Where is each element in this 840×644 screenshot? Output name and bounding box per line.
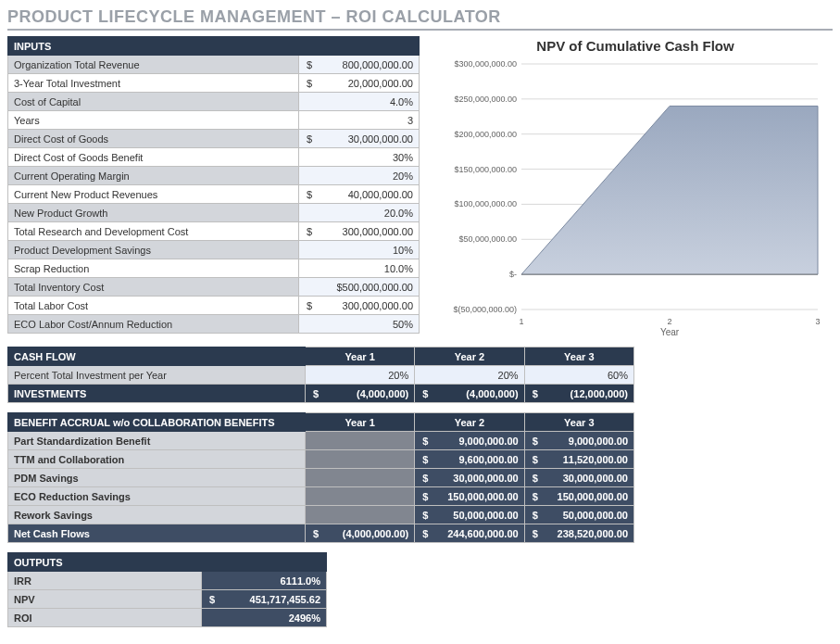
table-row: Percent Total Investment per Year 20% 20… [8, 366, 634, 385]
input-label: Current Operating Margin [8, 167, 299, 185]
cashflow-table: CASH FLOW Year 1 Year 2 Year 3 Percent T… [7, 347, 634, 403]
input-value[interactable]: 20% [299, 167, 420, 185]
dollar-sign: $ [305, 78, 312, 89]
table-row: Years3 [8, 111, 420, 130]
dollar-sign: $ [420, 510, 428, 521]
table-row: Organization Total Revenue$800,000,000.0… [8, 56, 420, 74]
svg-text:2: 2 [667, 317, 671, 326]
svg-text:3: 3 [815, 317, 820, 326]
svg-text:1: 1 [519, 317, 523, 326]
input-value[interactable]: 10.0% [299, 259, 420, 278]
dollar-sign: $ [420, 473, 428, 484]
dollar-sign: $ [305, 59, 312, 70]
dollar-sign: $ [420, 528, 428, 539]
dollar-sign: $ [311, 388, 319, 399]
benefit-cell [305, 469, 414, 487]
cashflow-col-2: Year 2 [415, 347, 524, 366]
dollar-sign: $ [305, 189, 312, 200]
page-title: PRODUCT LIFECYCLE MANAGEMENT – ROI CALCU… [7, 7, 833, 31]
input-value-text: 30% [393, 152, 413, 163]
table-row: Direct Cost of Goods Benefit30% [8, 148, 420, 167]
input-value[interactable]: $20,000,000.00 [299, 74, 420, 93]
input-label: Total Research and Development Cost [8, 222, 299, 241]
benefit-value-text: 9,000,000.00 [569, 436, 628, 447]
cashflow-cell[interactable]: 20% [415, 366, 524, 385]
benefit-cell [305, 487, 414, 506]
benefit-cell: $11,520,000.00 [524, 450, 633, 469]
table-row: Cost of Capital4.0% [8, 93, 420, 111]
benefit-label: Part Standardization Benefit [8, 432, 306, 450]
net-cash-flows-label: Net Cash Flows [8, 524, 306, 543]
investments-row: INVESTMENTS $(4,000,000) $(4,000,000) $(… [8, 385, 634, 403]
input-value[interactable]: 10% [299, 241, 420, 259]
input-value[interactable]: 20.0% [299, 204, 420, 222]
cashflow-row-label: Percent Total Investment per Year [8, 366, 306, 385]
svg-text:$100,000,000.00: $100,000,000.00 [454, 199, 517, 208]
table-row: TTM and Collaboration$9,600,000.00$11,52… [8, 450, 634, 469]
input-label: New Product Growth [8, 204, 299, 222]
net-cell: 238,520,000.00 [558, 528, 628, 539]
output-value-text: 6111.0% [281, 575, 320, 587]
cashflow-header: CASH FLOW [8, 347, 306, 366]
input-value[interactable]: 30% [299, 148, 420, 167]
input-value-text: 300,000,000.00 [343, 300, 413, 311]
benefit-cell: $9,000,000.00 [524, 432, 633, 450]
benefit-value-text: 11,520,000.00 [563, 454, 628, 465]
dollar-sign: $ [531, 454, 538, 465]
output-value: 2496% [202, 609, 327, 627]
benefit-cell: $30,000,000.00 [415, 469, 524, 487]
svg-text:$200,000,000.00: $200,000,000.00 [454, 130, 517, 139]
output-label: ROI [8, 609, 202, 627]
input-value[interactable]: $300,000,000.00 [299, 297, 420, 315]
outputs-table: OUTPUTS IRR6111.0%NPV$451,717,455.62ROI2… [7, 552, 327, 627]
table-row: PDM Savings$30,000,000.00$30,000,000.00 [8, 469, 634, 487]
dollar-sign: $ [420, 436, 428, 447]
benefits-col-3: Year 3 [524, 413, 633, 432]
input-value-text: 50% [393, 319, 413, 330]
inputs-header: INPUTS [8, 37, 420, 56]
input-value[interactable]: $800,000,000.00 [299, 56, 420, 74]
input-label: Current New Product Revenues [8, 185, 299, 204]
input-value[interactable]: $500,000,000.00 [299, 278, 420, 297]
dollar-sign: $ [531, 491, 538, 502]
input-value-text: $500,000,000.00 [336, 282, 413, 293]
benefit-label: ECO Reduction Savings [8, 487, 306, 506]
benefit-cell: $150,000,000.00 [524, 487, 633, 506]
benefit-cell: $9,600,000.00 [415, 450, 524, 469]
npv-area-chart: $(50,000,000.00)$-$50,000,000.00$100,000… [438, 59, 827, 337]
input-value-text: 3 [407, 115, 413, 126]
svg-text:Year: Year [660, 327, 680, 337]
net-cell: (4,000,000.00) [343, 528, 409, 539]
input-label: ECO Labor Cost/Annum Reduction [8, 315, 299, 334]
input-value[interactable]: 4.0% [299, 93, 420, 111]
benefit-value-text: 150,000,000.00 [558, 491, 628, 502]
output-value: $451,717,455.62 [202, 590, 327, 609]
dollar-sign: $ [531, 436, 538, 447]
dollar-sign: $ [311, 528, 319, 539]
input-value-text: 4.0% [390, 96, 413, 107]
cashflow-cell[interactable]: 20% [305, 366, 414, 385]
output-value-text: 2496% [289, 612, 320, 624]
svg-text:$250,000,000.00: $250,000,000.00 [454, 95, 517, 104]
table-row: Product Development Savings10% [8, 241, 420, 259]
cashflow-cell[interactable]: 60% [524, 366, 633, 385]
net-cash-flows-row: Net Cash Flows $(4,000,000.00) $244,600,… [8, 524, 634, 543]
benefits-header: BENEFIT ACCRUAL w/o COLLABORATION BENEFI… [8, 413, 306, 432]
benefit-value-text: 150,000,000.00 [447, 491, 518, 502]
benefit-cell: $9,000,000.00 [415, 432, 524, 450]
investments-cell: (4,000,000) [357, 388, 408, 399]
input-label: Total Labor Cost [8, 297, 299, 315]
input-value[interactable]: 50% [299, 315, 420, 334]
dollar-sign: $ [531, 388, 538, 399]
benefit-cell: $30,000,000.00 [524, 469, 633, 487]
input-value[interactable]: 3 [299, 111, 420, 130]
input-value[interactable]: $30,000,000.00 [299, 130, 420, 148]
table-row: ECO Labor Cost/Annum Reduction50% [8, 315, 420, 334]
inputs-table: INPUTS Organization Total Revenue$800,00… [7, 36, 420, 334]
input-value[interactable]: $300,000,000.00 [299, 222, 420, 241]
benefits-col-2: Year 2 [415, 413, 524, 432]
input-value-text: 30,000,000.00 [348, 133, 413, 145]
input-value[interactable]: $40,000,000.00 [299, 185, 420, 204]
benefit-value-text: 30,000,000.00 [453, 473, 518, 484]
benefit-cell: $50,000,000.00 [415, 506, 524, 524]
